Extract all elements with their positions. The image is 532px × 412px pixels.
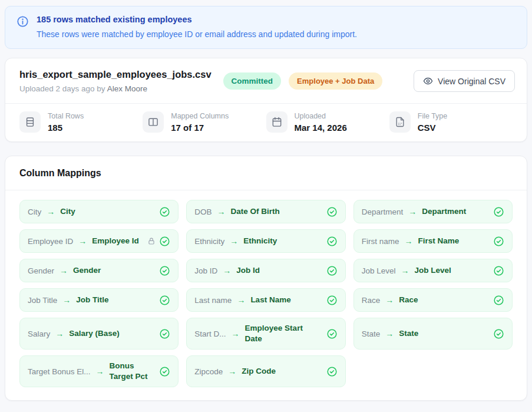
mapping-source: First name xyxy=(362,237,399,246)
mapping-target: Gender xyxy=(73,265,101,276)
mapping-status xyxy=(493,236,504,247)
stat-text: Mapped Columns 17 of 17 xyxy=(171,112,229,133)
page: 185 rows matched existing employees Thes… xyxy=(0,0,532,407)
view-original-csv-button[interactable]: View Original CSV xyxy=(414,70,515,92)
check-circle-icon xyxy=(159,206,170,217)
check-circle-icon xyxy=(493,295,504,306)
mapping-target: Bonus Target Pct xyxy=(110,361,155,382)
stat-label: Total Rows xyxy=(48,112,84,121)
mapping-chip: Job ID → Job Id xyxy=(186,259,345,282)
mapping-source: Department xyxy=(362,207,404,216)
column-mappings-card: Column Mappings City → City DOB → Date O… xyxy=(5,156,527,401)
mapping-chip: Employee ID → Employee Id xyxy=(19,229,179,253)
mapping-source: Target Bonus El... xyxy=(28,367,91,376)
file-card: hris_export_sample_employees_jobs.csv Up… xyxy=(5,58,527,142)
check-circle-icon xyxy=(326,366,338,377)
mapping-text: Start D... → Employee Start Date xyxy=(194,323,321,344)
mapping-target: Employee Start Date xyxy=(245,323,322,344)
uploader-name: Alex Moore xyxy=(107,84,147,93)
arrow-icon: → xyxy=(96,367,104,376)
check-circle-icon xyxy=(493,236,504,247)
status-badge: Committed xyxy=(223,72,282,90)
mapping-chip: Last name → Last Name xyxy=(186,288,345,312)
file-name: hris_export_sample_employees_jobs.csv xyxy=(19,69,212,80)
mapping-source: Job ID xyxy=(194,266,217,275)
mappings-grid: City → City DOB → Date Of Birth Departme… xyxy=(5,190,527,400)
mapping-target: Ethnicity xyxy=(243,236,277,246)
mapping-target: First Name xyxy=(418,236,459,246)
mapping-source: Salary xyxy=(28,329,50,338)
stats-row: Total Rows 185 Mapped Columns 17 of 17 U… xyxy=(5,104,527,141)
mapping-source: State xyxy=(362,329,381,338)
mapping-chip: Gender → Gender xyxy=(19,259,179,282)
banner-text: 185 rows matched existing employees Thes… xyxy=(37,14,357,41)
mapping-chip: Department → Department xyxy=(353,200,513,223)
mapping-status xyxy=(159,328,170,340)
mapping-source: Employee ID xyxy=(28,237,73,246)
mapping-status xyxy=(493,295,504,306)
info-banner: 185 rows matched existing employees Thes… xyxy=(5,6,527,49)
mapping-source: Ethnicity xyxy=(194,237,224,246)
mapping-status xyxy=(159,265,170,276)
mapping-chip: Start D... → Employee Start Date xyxy=(186,318,345,350)
arrow-icon: → xyxy=(385,295,394,305)
arrow-icon: → xyxy=(78,236,87,246)
mapping-chip: City → City xyxy=(19,200,179,223)
mapping-status xyxy=(493,328,504,340)
mapping-status xyxy=(493,265,504,276)
mapping-status xyxy=(326,265,338,276)
stat-value: Mar 14, 2026 xyxy=(295,123,347,133)
arrow-icon: → xyxy=(404,236,412,246)
mapping-text: Ethnicity → Ethnicity xyxy=(194,236,277,246)
mapping-target: Salary (Base) xyxy=(69,328,120,339)
view-button-label: View Original CSV xyxy=(438,77,505,86)
check-circle-icon xyxy=(159,236,170,247)
arrow-icon: → xyxy=(237,295,245,305)
arrow-icon: → xyxy=(55,329,64,338)
arrow-icon: → xyxy=(408,207,417,216)
mapping-status xyxy=(159,206,170,217)
mapping-text: Job Title → Job Title xyxy=(28,295,109,305)
arrow-icon: → xyxy=(47,207,55,216)
info-icon xyxy=(16,15,29,41)
mapping-status xyxy=(326,295,338,306)
mapping-chip: Race → Race xyxy=(353,288,513,312)
stat-text: Uploaded Mar 14, 2026 xyxy=(295,112,347,133)
mapping-status xyxy=(326,206,338,217)
check-circle-icon xyxy=(493,265,504,276)
mapping-source: Last name xyxy=(194,296,232,305)
banner-subtitle: These rows were matched by employee ID o… xyxy=(37,28,357,41)
mapping-target: Zip Code xyxy=(242,366,276,377)
mapping-chip: Target Bonus El... → Bonus Target Pct xyxy=(19,355,179,387)
mapping-chip: State → State xyxy=(353,318,513,350)
mapping-target: Race xyxy=(399,295,418,305)
mapping-source: City xyxy=(28,207,41,216)
mapping-text: Zipcode → Zip Code xyxy=(194,366,276,377)
mapping-source: DOB xyxy=(194,207,212,216)
stat-item: Total Rows 185 xyxy=(19,111,143,133)
data-type-badge: Employee + Job Data xyxy=(289,72,382,90)
mapping-target: Job Level xyxy=(414,265,451,276)
mapping-chip: First name → First Name xyxy=(353,229,513,253)
mapping-text: Target Bonus El... → Bonus Target Pct xyxy=(28,361,154,382)
stat-label: Uploaded xyxy=(295,112,347,121)
calendar-icon xyxy=(266,111,288,133)
mapping-chip: Job Level → Job Level xyxy=(353,259,513,282)
mapping-text: Last name → Last Name xyxy=(194,295,290,305)
mapping-text: City → City xyxy=(28,206,75,217)
arrow-icon: → xyxy=(230,236,238,246)
arrow-icon: → xyxy=(217,207,226,216)
eye-icon xyxy=(423,76,433,86)
file-upload-info: Uploaded 2 days ago by Alex Moore xyxy=(19,84,212,93)
columns-icon xyxy=(143,111,164,133)
mapping-target: City xyxy=(60,206,75,217)
mapping-source: Job Level xyxy=(362,266,396,275)
check-circle-icon xyxy=(159,328,170,340)
stat-value: 17 of 17 xyxy=(171,123,229,133)
arrow-icon: → xyxy=(62,295,71,305)
arrow-icon: → xyxy=(60,266,68,275)
arrow-icon: → xyxy=(385,329,394,338)
stat-item: File Type CSV xyxy=(389,111,513,133)
mapping-chip: Salary → Salary (Base) xyxy=(19,318,179,350)
mapping-source: Job Title xyxy=(28,296,57,305)
